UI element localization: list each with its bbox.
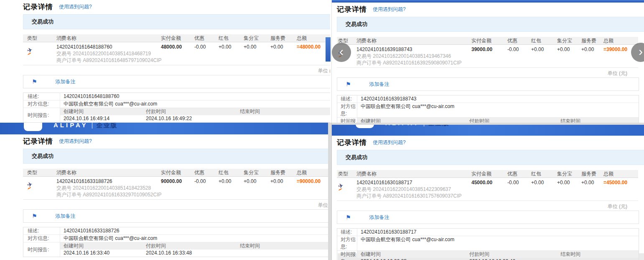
transaction-number: 交易号 2024101622001403851418468719 xyxy=(56,51,161,57)
time-report-row: 时间报告: 创建时间 付款时间 结束时间 2024.10.16 16:30:35… xyxy=(337,251,639,260)
unit-label: 单位 (元) xyxy=(337,203,627,210)
col-service-fee: 服务费 xyxy=(270,34,297,42)
add-note-link[interactable]: 添加备注 xyxy=(369,81,389,88)
col-discount: 优惠 xyxy=(194,34,219,42)
paid-time-value: 2024.10.16 16:33:48 xyxy=(143,250,237,257)
ended-time-value xyxy=(237,250,328,257)
col-paid-amount: 实付金额 xyxy=(161,169,194,176)
time-report-row: 时间报告: 创建时间 付款时间 结束时间 2024.10.16 16:33:40… xyxy=(23,242,328,257)
status-text: 交易成功 xyxy=(346,21,367,27)
desc-label: 描述: xyxy=(337,95,357,103)
status-text: 交易成功 xyxy=(32,18,53,25)
paid-amount: 48000.00 xyxy=(161,44,194,50)
help-link[interactable]: 使用遇到问题? xyxy=(59,3,92,10)
time-values-row: 2024.10.16 16:33:40 2024.10.16 16:33:48 xyxy=(60,250,328,257)
transaction-number: 交易号 2024101622001403851419467346 xyxy=(356,54,471,59)
status-banner: 交易成功 xyxy=(337,150,644,165)
col-redpacket: 红包 xyxy=(219,169,244,176)
alipay-logo-icon xyxy=(356,125,374,128)
add-note-box: ⚑ 添加备注 xyxy=(337,77,639,91)
status-banner: 交易成功 xyxy=(23,14,330,29)
brand-edition: 企业版 xyxy=(428,125,449,126)
service-fee-amount: +0.00 xyxy=(581,46,603,52)
created-time-label: 创建时间 xyxy=(60,242,143,250)
col-points: 集分宝 xyxy=(244,34,270,42)
col-name: 消费名称 xyxy=(56,34,161,42)
desc-label: 描述: xyxy=(23,227,60,234)
created-time-value: 2024.10.16 16:30:35 xyxy=(357,258,466,260)
service-fee-amount: +0.00 xyxy=(270,178,297,184)
points-amount: +0.00 xyxy=(557,180,581,185)
carousel-prev-button[interactable]: ‹ xyxy=(332,43,351,62)
col-points: 集分宝 xyxy=(244,169,270,176)
airplane-icon: ✈ xyxy=(26,46,33,54)
paid-amount: 39000.00 xyxy=(471,46,507,52)
paid-time-value: 2024.10.16 16:30:46 xyxy=(466,258,557,260)
paid-time-label: 付款时间 xyxy=(143,242,237,250)
transaction-table: 类型 消费名称 实付金额 优惠 红包 集分宝 服务费 总额 ✈ 14202410… xyxy=(23,169,328,200)
redpacket-amount: +0.00 xyxy=(531,180,557,185)
status-banner: 交易成功 xyxy=(337,17,644,32)
page-title: 记录详情 xyxy=(23,136,53,146)
counterparty-row: 对方信息: 中国联合航空有限公司 cua***@cu-air.com xyxy=(337,103,639,118)
table-header-row: 类型 消费名称 实付金额 优惠 红包 集分宝 服务费 总额 xyxy=(23,34,330,42)
unit-label: 单位 (元) xyxy=(337,70,627,77)
brand-text: ALIPAY|企业版 xyxy=(53,123,117,129)
record-detail-page: 记录详情 使用遇到问题? 交易成功 类型 消费名称 实付金额 优惠 红包 集分宝… xyxy=(332,3,639,123)
help-link[interactable]: 使用遇到问题? xyxy=(373,6,406,13)
time-report-label: 时间报告: xyxy=(23,242,60,257)
points-amount: +0.00 xyxy=(244,44,270,50)
desc-value: 14202410161633188726 xyxy=(60,227,328,234)
description-row: 描述: 14202410161630188717 xyxy=(337,229,639,236)
total-amount: =45000.00 xyxy=(603,180,644,185)
col-paid-amount: 实付金额 xyxy=(161,34,194,42)
help-link[interactable]: 使用遇到问题? xyxy=(373,139,406,146)
transaction-table: 类型 消费名称 实付金额 优惠 红包 集分宝 服务费 总额 ✈ 14202410… xyxy=(23,34,330,65)
party-label: 对方信息: xyxy=(337,103,357,117)
brand-name: ALIPAY xyxy=(53,123,88,129)
col-name: 消费名称 xyxy=(356,170,471,178)
add-note-link[interactable]: 添加备注 xyxy=(56,78,76,85)
flag-icon: ⚑ xyxy=(346,81,351,88)
transaction-row: ✈ 14202410161630188717 交易号 2024101622001… xyxy=(337,178,638,201)
flag-icon: ⚑ xyxy=(346,214,351,221)
record-window-bottom-left: ALIPAY|企业版 记录详情 使用遇到问题? 交易成功 类型 消费名称 实付金… xyxy=(0,123,328,260)
airplane-icon: ✈ xyxy=(26,180,33,189)
page-title: 记录详情 xyxy=(337,5,367,14)
detail-table: 描述: 14202410161630188717 对方信息: 中国联合航空有限公… xyxy=(337,228,639,260)
time-header-row: 创建时间 付款时间 结束时间 xyxy=(357,118,639,123)
paid-time-label: 付款时间 xyxy=(466,118,557,123)
ended-time-value xyxy=(237,115,330,122)
order-number: 14202410161633188726 xyxy=(56,178,161,184)
col-points: 集分宝 xyxy=(557,37,581,44)
points-amount: +0.00 xyxy=(244,178,270,184)
help-link[interactable]: 使用遇到问题? xyxy=(59,138,92,145)
counterparty-row: 对方信息: 中国联合航空有限公司 cua***@cu-air.com xyxy=(337,236,639,251)
ended-time-label: 结束时间 xyxy=(237,242,328,250)
brand-edition: 企业版 xyxy=(96,123,117,129)
page-header: 记录详情 使用遇到问题? xyxy=(337,136,639,147)
desc-label: 描述: xyxy=(337,229,357,236)
col-type: 类型 xyxy=(337,170,356,178)
created-time-label: 创建时间 xyxy=(357,251,466,258)
col-total: 总额 xyxy=(297,169,328,176)
party-value: 中国联合航空有限公司 cua***@cu-air.com xyxy=(357,236,639,250)
add-note-box: ⚑ 添加备注 xyxy=(23,75,330,88)
redpacket-amount: +0.00 xyxy=(531,46,557,52)
time-header-row: 创建时间 付款时间 结束时间 xyxy=(60,108,330,115)
transaction-table: 类型 消费名称 实付金额 优惠 红包 集分宝 服务费 总额 ✈ 14202410… xyxy=(337,37,638,68)
party-label: 对方信息: xyxy=(23,100,60,108)
record-detail-page: 记录详情 使用遇到问题? 交易成功 类型 消费名称 实付金额 优惠 红包 集分宝… xyxy=(0,134,328,257)
col-discount: 优惠 xyxy=(507,170,531,178)
transaction-row: ✈ 14202410161633188726 交易号 2024101622001… xyxy=(23,177,328,200)
col-name: 消费名称 xyxy=(356,37,471,44)
flag-icon: ⚑ xyxy=(32,213,37,219)
col-total: 总额 xyxy=(603,170,644,178)
add-note-link[interactable]: 添加备注 xyxy=(56,213,76,220)
window-edge-artifact xyxy=(326,37,331,62)
transaction-number: 交易号 2024101622001403851422309637 xyxy=(356,187,471,192)
airplane-icon: ✈ xyxy=(337,182,344,190)
brand-divider: | xyxy=(423,125,425,126)
alipay-logo-icon xyxy=(24,123,42,131)
add-note-link[interactable]: 添加备注 xyxy=(369,214,389,221)
